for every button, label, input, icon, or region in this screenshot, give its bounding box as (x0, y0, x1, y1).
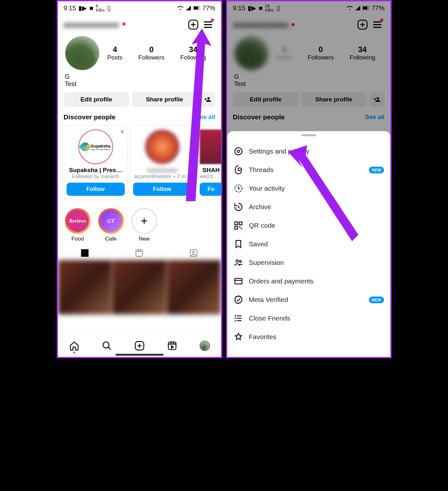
bio-text: Test (65, 80, 214, 88)
edit-profile-button[interactable]: Edit profile (64, 92, 129, 107)
profile-avatar[interactable] (65, 36, 100, 70)
status-time: 9:15 (233, 4, 245, 12)
display-name: G (65, 73, 214, 80)
username[interactable]: xxxxxxxxxxxx (64, 20, 119, 30)
stat-followers[interactable]: 0 Followers (138, 45, 164, 61)
hamburger-menu-button[interactable] (201, 17, 215, 32)
svg-rect-3 (136, 250, 143, 257)
svg-rect-18 (235, 226, 237, 229)
sheet-handle[interactable] (301, 134, 316, 136)
battery-small-icon: ▯ (107, 4, 111, 12)
stat-posts[interactable]: 4 Posts (107, 45, 123, 61)
svg-rect-1 (194, 7, 198, 9)
star-icon (234, 332, 243, 342)
close-friends-icon (234, 313, 243, 323)
follow-button[interactable]: Follow (67, 183, 125, 196)
wifi-icon (347, 5, 353, 11)
profile-nav-icon[interactable] (200, 341, 210, 351)
status-time: 9:15 (64, 4, 76, 12)
battery-icon (193, 6, 200, 10)
menu-settings[interactable]: Settings and privacy (227, 142, 390, 161)
menu-saved[interactable]: Saved (227, 235, 390, 253)
username: xxxxxxxxxxxx (233, 20, 289, 30)
card-name: SHAH (200, 167, 221, 174)
highlight-new[interactable]: + New (132, 208, 157, 242)
discover-people-button (369, 92, 385, 107)
menu-archive[interactable]: Archive (227, 198, 390, 216)
follow-button[interactable]: Follow (133, 183, 191, 196)
notification-dot (292, 23, 295, 26)
card-name: xxxxxxxxx (133, 167, 191, 174)
reels-tab-icon[interactable] (112, 249, 166, 259)
battery-small-icon: ▯ (276, 4, 280, 12)
highlight-cafe[interactable]: GT Cafe (98, 208, 124, 242)
qr-icon (234, 221, 243, 230)
card-name: Supaksha | Pres… (67, 167, 125, 174)
svg-rect-11 (363, 7, 368, 9)
right-screen: 9:15 ▮▶ ■ 29KB/s ▯ 77% xxxxxxxxxxxx 4Pos… (226, 0, 392, 358)
home-icon[interactable] (69, 341, 79, 351)
menu-verified[interactable]: Meta Verified NEW (227, 290, 390, 309)
see-all-link[interactable]: See all (196, 114, 215, 121)
discover-title: Discover people (233, 113, 285, 121)
svg-rect-17 (239, 222, 242, 225)
bookmark-icon (234, 239, 243, 249)
svg-rect-23 (235, 278, 242, 284)
create-button[interactable] (186, 17, 201, 32)
card-sub: aizanonlinestore + 2 m... (133, 174, 191, 179)
highlight-food[interactable]: Reviews Food (65, 208, 91, 242)
menu-dot (211, 19, 214, 22)
profile-header: xxxxxxxxxxxx (58, 13, 221, 36)
display-name: G (234, 73, 383, 80)
gear-icon (234, 147, 243, 156)
gesture-bar (116, 354, 164, 356)
discover-title: Discover people (64, 113, 116, 121)
tagged-tab-icon[interactable] (167, 249, 220, 259)
create-nav-icon[interactable] (134, 341, 145, 351)
menu-activity[interactable]: Your activity (227, 179, 390, 198)
follow-button[interactable]: Fo (200, 183, 221, 196)
archive-icon (234, 202, 243, 212)
suggestion-card[interactable]: ✕ SupakshaEarly Learning Habitat Supaksh… (64, 125, 128, 200)
svg-rect-19 (239, 226, 240, 228)
svg-point-21 (236, 260, 238, 262)
suggestion-card[interactable]: xxxxxxxxx aizanonlinestore + 2 m... Foll… (130, 125, 194, 200)
menu-close-friends[interactable]: Close Friends (227, 309, 390, 328)
status-icon: ▮▶ (248, 4, 256, 12)
svg-point-13 (235, 148, 242, 155)
stat-following[interactable]: 34 Following (180, 45, 206, 61)
signal-icon (186, 5, 191, 11)
svg-point-6 (103, 342, 109, 348)
suggestion-card[interactable]: SHAH wed b _by_naj Fo (197, 125, 221, 200)
status-bar: 9:15 ▮▶ ■ 6KB/s ▯ 77% (58, 1, 221, 13)
reels-nav-icon[interactable] (167, 341, 177, 351)
status-icon: ▮▶ (78, 4, 87, 12)
grid-tab-icon[interactable] (58, 249, 112, 259)
card-icon (234, 276, 243, 286)
dismiss-card-icon[interactable]: ✕ (120, 128, 125, 135)
profile-avatar (234, 36, 269, 70)
menu-supervision[interactable]: Supervision (227, 253, 390, 272)
post-grid (58, 260, 221, 314)
wifi-icon (177, 5, 184, 11)
status-icon: ■ (259, 4, 262, 12)
supervision-icon (234, 258, 243, 267)
new-badge: NEW (369, 297, 384, 303)
hamburger-menu-button[interactable] (370, 17, 385, 32)
verified-icon (234, 295, 243, 305)
menu-favorites[interactable]: Favorites (227, 328, 390, 346)
menu-orders[interactable]: Orders and payments (227, 272, 390, 290)
menu-qr[interactable]: QR code (227, 216, 390, 235)
edit-profile-button: Edit profile (233, 92, 299, 107)
share-profile-button[interactable]: Share profile (132, 92, 197, 107)
signal-icon (355, 5, 361, 11)
create-button[interactable] (355, 17, 370, 32)
battery-percent: 77% (202, 4, 215, 12)
search-icon[interactable] (102, 341, 112, 351)
discover-people-button[interactable] (200, 92, 215, 107)
card-sub: Followed by mananh (67, 174, 125, 179)
settings-bottom-sheet: Settings and privacy Threads NEW Your ac… (227, 131, 390, 357)
menu-threads[interactable]: Threads NEW (227, 161, 390, 179)
status-icon: ■ (89, 4, 93, 12)
threads-icon (234, 165, 243, 175)
